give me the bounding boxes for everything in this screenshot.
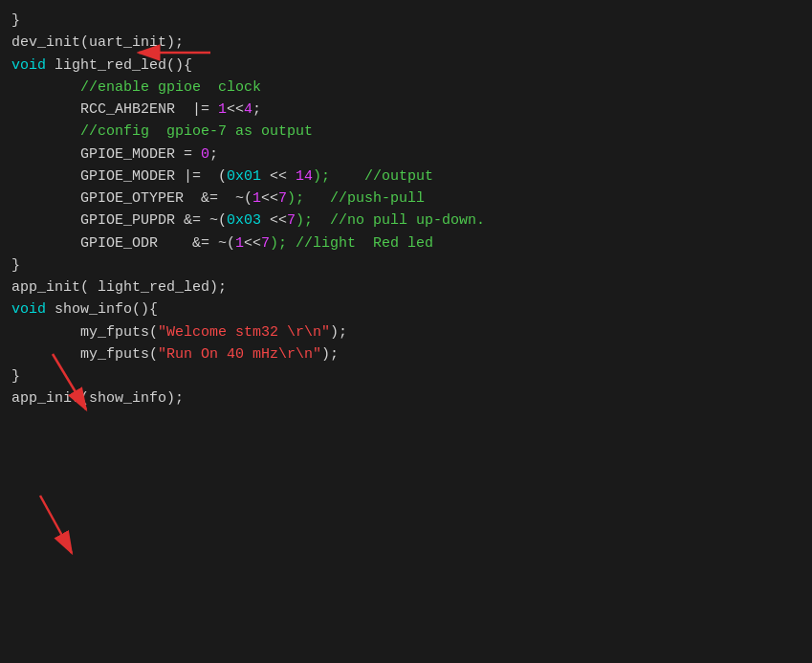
code-token: 0x03 [227,212,261,229]
code-token: ); //no pull up-down. [296,212,485,229]
code-token: ); //push-pull [287,190,425,207]
code-token: 14 [296,168,313,185]
code-token: ); [330,324,347,341]
code-token: 1 [235,235,244,252]
code-token: GPIOE_PUPDR &= ~( [11,212,227,229]
code-token: "Run On 40 mHz\r\n" [158,346,321,363]
code-token: ; [252,101,261,118]
code-line: my_fputs("Run On 40 mHz\r\n"); [8,343,812,365]
code-token: app_init( light_red_led); [11,279,227,296]
code-line: app_init(show_info); [8,387,812,409]
code-token: ); //output [313,168,433,185]
code-token: my_fputs( [11,346,158,363]
code-token: << [227,101,244,118]
code-token: } [11,12,20,29]
code-token: my_fputs( [11,324,158,341]
code-token: "Welcome stm32 \r\n" [158,324,330,341]
code-token: << [261,168,296,185]
code-line: my_fputs("Welcome stm32 \r\n"); [8,321,812,343]
code-token: //enable gpioe clock [11,79,261,96]
code-token: 7 [261,235,270,252]
code-token: 0 [201,146,209,163]
code-token: } [11,257,20,274]
code-line: GPIOE_OTYPER &= ~(1<<7); //push-pull [8,188,812,210]
code-line: } [8,365,812,387]
code-line: RCC_AHB2ENR |= 1<<4; [8,99,812,121]
code-token: << [244,235,261,252]
code-token: ); [321,346,339,363]
code-token: 4 [244,101,252,118]
code-token: void [11,301,55,318]
code-token: GPIOE_MODER = [11,146,201,163]
code-token: ; [209,146,218,163]
code-editor: }dev_init(uart_init);void light_red_led(… [0,0,812,663]
code-token: GPIOE_ODR &= ~( [11,235,235,252]
code-token: dev_init(uart_init); [11,34,184,51]
code-token: 0x01 [227,168,261,185]
code-token: GPIOE_OTYPER &= ~( [11,190,252,207]
code-token: << [261,190,278,207]
code-token: RCC_AHB2ENR |= [11,101,218,118]
code-token: 7 [278,190,287,207]
code-token: void [11,57,55,74]
code-token: << [261,212,287,229]
code-line: //config gpioe-7 as output [8,121,812,143]
code-line: GPIOE_MODER = 0; [8,144,812,166]
code-line: } [8,10,812,32]
code-token: 7 [287,212,296,229]
arrow-3 [40,496,72,553]
code-line: //enable gpioe clock [8,77,812,99]
code-token: ); //light Red led [270,235,433,252]
code-line: GPIOE_ODR &= ~(1<<7); //light Red led [8,232,812,254]
code-line: GPIOE_MODER |= (0x01 << 14); //output [8,166,812,188]
code-line: GPIOE_PUPDR &= ~(0x03 <<7); //no pull up… [8,210,812,232]
code-line: app_init( light_red_led); [8,276,812,298]
code-line: dev_init(uart_init); [8,32,812,54]
code-block: }dev_init(uart_init);void light_red_led(… [8,10,812,410]
code-token: 1 [252,190,261,207]
code-token: 1 [218,101,227,118]
code-token: //config gpioe-7 as output [11,123,313,140]
code-token: light_red_led(){ [55,57,192,74]
code-token: show_info(){ [55,301,158,318]
code-token: app_init(show_info); [11,390,184,407]
code-line: void light_red_led(){ [8,55,812,77]
code-token: GPIOE_MODER |= ( [11,168,227,185]
code-line: } [8,254,812,276]
code-line: void show_info(){ [8,298,812,320]
code-token: } [11,368,20,385]
